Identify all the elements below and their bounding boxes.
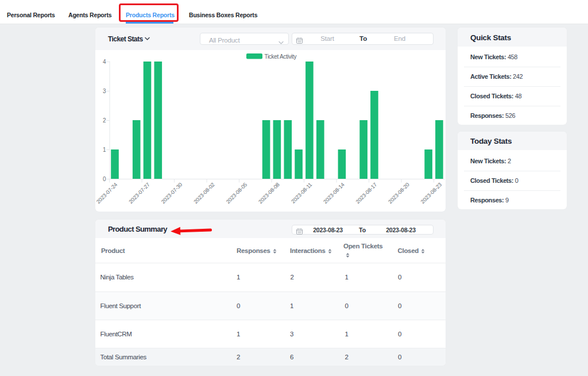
svg-text:2023-07-24: 2023-07-24 — [95, 182, 118, 205]
svg-text:2023-07-27: 2023-07-27 — [128, 182, 151, 205]
svg-text:2023-08-11: 2023-08-11 — [290, 182, 313, 205]
svg-text:2023-08-17: 2023-08-17 — [355, 182, 378, 205]
svg-text:0: 0 — [103, 176, 106, 182]
svg-text:2023-08-20: 2023-08-20 — [387, 182, 410, 205]
svg-text:2023-08-23: 2023-08-23 — [420, 182, 443, 205]
svg-text:2023-08-08: 2023-08-08 — [257, 182, 280, 205]
svg-text:2023-07-30: 2023-07-30 — [160, 182, 183, 205]
svg-text:Ticket Activity: Ticket Activity — [265, 53, 297, 60]
svg-text:4: 4 — [103, 59, 106, 65]
svg-text:2023-08-05: 2023-08-05 — [225, 182, 248, 205]
svg-text:2: 2 — [103, 117, 106, 124]
svg-text:1: 1 — [103, 147, 106, 153]
svg-text:3: 3 — [103, 88, 106, 94]
svg-text:2023-08-14: 2023-08-14 — [322, 182, 345, 205]
svg-text:2023-08-02: 2023-08-02 — [193, 182, 216, 205]
